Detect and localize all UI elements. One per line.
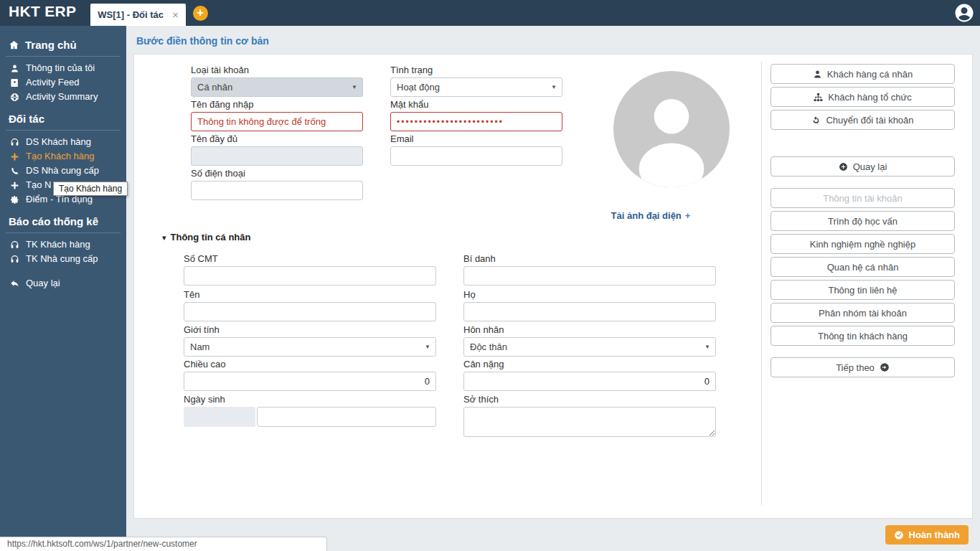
sidebar-item-my-info[interactable]: Thông tin của tôi	[0, 61, 126, 75]
marital-status-value: Độc thân	[464, 338, 715, 356]
button-label: Thông tin khách hàng	[818, 331, 908, 342]
workspace-tab-label: WS[1] - Đối tác	[98, 9, 164, 20]
hobby-textarea[interactable]	[463, 407, 716, 437]
plus-icon: +	[685, 210, 691, 221]
field-account-type: Loại tài khoản Cá nhân	[191, 65, 363, 97]
field-height: Chiều cao	[184, 359, 436, 391]
field-password: Mật khẩu	[390, 99, 562, 131]
workspace-tab[interactable]: WS[1] - Đối tác ×	[90, 4, 186, 26]
phone-icon	[10, 166, 19, 176]
field-nickname: Bí danh	[463, 253, 716, 286]
marital-status-label: Hôn nhân	[463, 324, 716, 335]
headset-icon	[10, 138, 19, 147]
sidebar: Trang chủ Thông tin của tôi Activity Fee…	[0, 26, 126, 551]
next-button[interactable]: Tiếp theo	[771, 357, 955, 377]
button-label: Thông tin tài khoản	[823, 193, 903, 204]
sidebar-item-label: Điểm - Tín dụng	[26, 194, 93, 204]
account-type-value: Cá nhân	[192, 78, 362, 96]
add-tab-button[interactable]: +	[193, 6, 208, 21]
field-fullname: Tên đầy đủ	[191, 133, 363, 166]
account-type-label: Loại tài khoản	[191, 65, 363, 75]
first-name-input[interactable]	[184, 302, 436, 321]
go-back-button[interactable]: Quay lại	[771, 156, 955, 176]
sidebar-item-customer-list[interactable]: DS Khách hàng	[0, 135, 126, 149]
dob-input[interactable]	[257, 407, 436, 427]
email-label: Email	[390, 133, 562, 144]
personal-relations-button[interactable]: Quan hệ cá nhân	[771, 257, 955, 277]
first-name-label: Tên	[184, 289, 436, 300]
field-hobby: Sở thích	[463, 394, 716, 437]
sidebar-item-activity-feed[interactable]: Activity Feed	[0, 75, 126, 90]
customer-individual-button[interactable]: Khách hàng cá nhân	[771, 64, 955, 84]
tab-close-icon[interactable]: ×	[172, 9, 179, 20]
sidebar-item-customer-stats[interactable]: TK Khách hàng	[0, 237, 126, 252]
button-label: Thông tin liên hệ	[828, 285, 897, 296]
sidebar-item-create-customer[interactable]: Tạo Khách hàng	[0, 149, 126, 164]
field-weight: Cân nặng	[463, 359, 716, 391]
plus-icon	[10, 181, 19, 190]
sidebar-item-label: DS Khách hàng	[26, 137, 91, 147]
field-last-name: Họ	[463, 289, 716, 321]
phone-input[interactable]	[191, 181, 363, 200]
sidebar-item-label: Tạo Khách hàng	[26, 151, 94, 161]
sidebar-section-home-label: Trang chủ	[25, 39, 77, 51]
customer-organization-button[interactable]: Khách hàng tổ chức	[771, 87, 955, 107]
height-label: Chiều cao	[184, 359, 436, 369]
email-input[interactable]	[390, 146, 562, 166]
account-icon[interactable]	[953, 2, 975, 24]
user-icon	[813, 70, 822, 79]
work-experience-button[interactable]: Kinh nghiệm nghề nghiệp	[771, 234, 955, 254]
button-label: Tiếp theo	[836, 362, 875, 373]
weight-input[interactable]	[463, 372, 716, 391]
sidebar-item-label: Tạo N	[26, 180, 51, 190]
vertical-divider	[761, 62, 762, 505]
id-number-label: Số CMT	[184, 253, 436, 264]
gear-icon	[10, 195, 19, 204]
education-button[interactable]: Trình độ học vấn	[771, 211, 955, 231]
gender-value: Nam	[184, 338, 435, 356]
personal-info-section-header[interactable]: Thông tin cá nhân	[162, 232, 250, 242]
sidebar-item-label: Quay lại	[26, 278, 60, 288]
gender-select[interactable]: Nam	[184, 337, 436, 357]
sidebar-item-label: TK Nhà cung cấp	[26, 254, 98, 264]
account-type-select[interactable]: Cá nhân	[191, 77, 363, 97]
nickname-input[interactable]	[463, 266, 716, 286]
id-number-input[interactable]	[184, 266, 436, 286]
username-input[interactable]	[191, 112, 363, 131]
sidebar-item-label: Thông tin của tôi	[26, 63, 95, 73]
sidebar-section-reports: Báo cáo thống kê	[6, 215, 121, 233]
page-title: Bước điền thông tin cơ bản	[126, 26, 980, 54]
password-input[interactable]	[390, 112, 562, 131]
height-input[interactable]	[184, 372, 436, 391]
sidebar-item-supplier-list[interactable]: DS Nhà cung cấp	[0, 164, 126, 178]
last-name-input[interactable]	[463, 302, 716, 321]
field-dob: Ngày sinh	[184, 394, 436, 427]
sidebar-item-activity-summary[interactable]: Activity Summary	[0, 90, 126, 104]
contact-info-button[interactable]: Thông tin liên hệ	[771, 280, 955, 300]
nickname-label: Bí danh	[463, 253, 716, 264]
sidebar-item-go-back[interactable]: Quay lại	[0, 276, 126, 291]
switch-account-button[interactable]: Chuyển đổi tài khoản	[771, 110, 955, 130]
marital-status-select[interactable]: Độc thân	[463, 337, 716, 357]
home-icon	[9, 39, 19, 50]
weight-label: Cân nặng	[463, 359, 716, 369]
tooltip: Tạo Khách hàng	[53, 182, 128, 196]
status-select[interactable]: Hoạt động	[390, 77, 562, 97]
account-info-button: Thông tin tài khoản	[771, 188, 955, 208]
last-name-label: Họ	[463, 289, 716, 300]
arrow-circle-right-icon	[880, 362, 890, 372]
sidebar-section-home[interactable]: Trang chủ	[6, 39, 121, 57]
status-url: https://hkt.hktsoft.com/ws/1/partner/new…	[0, 537, 327, 551]
sidebar-item-label: DS Nhà cung cấp	[26, 166, 99, 176]
finish-button[interactable]: Hoàn thành	[885, 525, 969, 545]
upload-avatar-text: Tải ảnh đại diện	[611, 210, 682, 221]
field-first-name: Tên	[184, 289, 436, 321]
account-group-button[interactable]: Phân nhóm tài khoản	[771, 303, 955, 323]
password-label: Mật khẩu	[390, 99, 562, 110]
customer-info-button[interactable]: Thông tin khách hàng	[771, 326, 955, 346]
upload-avatar-link[interactable]: Tải ảnh đại diện+	[565, 210, 737, 221]
button-label: Quan hệ cá nhân	[827, 262, 899, 273]
button-label: Kinh nghiệm nghề nghiệp	[810, 239, 915, 250]
sidebar-item-supplier-stats[interactable]: TK Nhà cung cấp	[0, 252, 126, 266]
fullname-label: Tên đầy đủ	[191, 133, 363, 144]
